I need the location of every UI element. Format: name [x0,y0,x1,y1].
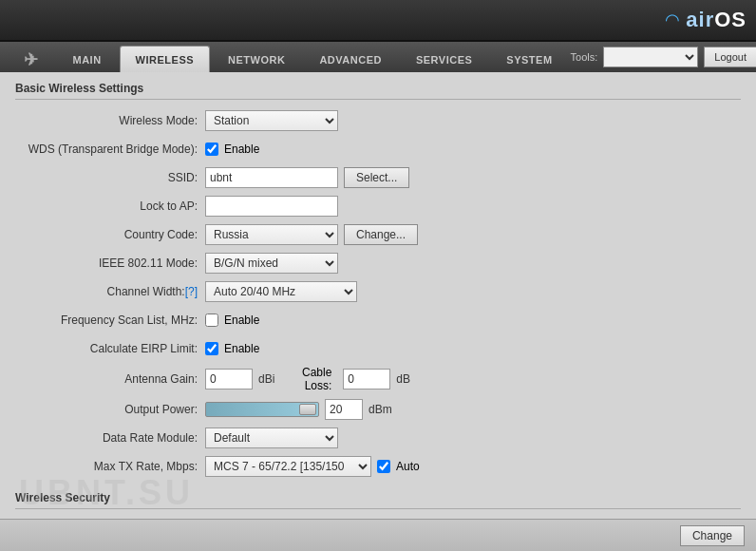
wds-row: WDS (Transparent Bridge Mode): Enable [15,138,741,161]
ssid-select-button[interactable]: Select... [344,167,409,188]
max-tx-auto-label: Auto [396,460,420,473]
output-power-input[interactable] [325,399,363,420]
content-area: Basic Wireless Settings Wireless Mode: S… [0,72,756,551]
logo: ◠ airOS [665,8,747,32]
output-power-label: Output Power: [15,403,205,416]
ssid-label: SSID: [15,171,205,184]
output-power-row: Output Power: dBm [15,398,741,421]
freq-scan-checkbox[interactable] [205,314,218,327]
country-change-button[interactable]: Change... [344,224,418,245]
wireless-mode-row: Wireless Mode: Station Access Point Stat… [15,109,741,132]
ssid-input[interactable] [205,167,338,188]
antenna-gain-input[interactable] [205,369,253,390]
max-tx-select[interactable]: MCS 7 - 65/72.2 [135/150 [205,456,371,477]
tab-system[interactable]: SYSTEM [490,46,568,72]
slider-thumb [299,404,316,415]
freq-scan-row: Frequency Scan List, MHz: Enable [15,309,741,332]
security-section-separator: Wireless Security [15,491,741,509]
ieee-mode-label: IEEE 802.11 Mode: [15,256,205,270]
data-rate-control: Default Custom [205,428,741,448]
tools-select[interactable] [603,47,698,67]
output-power-unit: dBm [369,403,392,416]
channel-width-select[interactable]: Auto 20/40 MHz 20 MHz 40 MHz [205,281,357,302]
lock-ap-row: Lock to AP: [15,195,741,218]
wds-enable-label: Enable [224,142,259,156]
wds-label: WDS (Transparent Bridge Mode): [15,142,205,156]
ssid-control: Select... [205,167,741,188]
max-tx-control: MCS 7 - 65/72.2 [135/150 Auto [205,456,741,477]
freq-scan-enable-label: Enable [224,314,259,327]
max-tx-label: Max TX Rate, Mbps: [15,460,205,473]
tab-wireless[interactable]: WIRELESS [120,46,210,72]
tab-services[interactable]: SERVICES [400,46,488,72]
calc-eirp-control: Enable [205,342,741,355]
lock-ap-label: Lock to AP: [15,200,205,213]
calc-eirp-row: Calculate EIRP Limit: Enable [15,337,741,360]
logout-button[interactable]: Logout [704,47,756,67]
tools-label: Tools: [571,51,598,63]
nav-bar: ✈ MAIN WIRELESS NETWORK ADVANCED SERVICE… [0,42,756,72]
lock-ap-control [205,196,741,217]
tab-advanced[interactable]: ADVANCED [303,46,398,72]
freq-scan-control: Enable [205,314,741,327]
max-tx-row: Max TX Rate, Mbps: MCS 7 - 65/72.2 [135/… [15,455,741,478]
data-rate-label: Data Rate Module: [15,431,205,445]
tab-network[interactable]: NETWORK [212,46,301,72]
ieee-mode-row: IEEE 802.11 Mode: B/G/N mixed A/N mixed … [15,252,741,275]
country-code-row: Country Code: Russia United States Germa… [15,223,741,246]
data-rate-row: Data Rate Module: Default Custom [15,427,741,449]
output-power-control: dBm [205,399,741,420]
data-rate-select[interactable]: Default Custom [205,428,338,448]
wifi-icon: ◠ [665,10,680,30]
wireless-security-section-title: Wireless Security [15,491,741,509]
logo-text: airOS [686,8,747,32]
max-tx-auto-checkbox[interactable] [377,460,390,473]
wds-checkbox[interactable] [205,142,218,156]
calc-eirp-enable-label: Enable [224,342,259,355]
wireless-mode-label: Wireless Mode: [15,114,205,127]
bottom-bar: Change [0,519,756,551]
ieee-mode-control: B/G/N mixed A/N mixed B only G only N on… [205,253,741,274]
tab-main[interactable]: MAIN [57,46,118,72]
country-code-control: Russia United States Germany France Chan… [205,224,741,245]
calc-eirp-checkbox[interactable] [205,342,218,355]
antenna-cable-control: dBi Cable Loss: dB [205,366,741,392]
ieee-mode-select[interactable]: B/G/N mixed A/N mixed B only G only N on… [205,253,338,274]
channel-width-control: Auto 20/40 MHz 20 MHz 40 MHz [205,281,741,302]
logo-air: air [686,8,714,31]
logo-os: OS [714,8,747,31]
country-code-select[interactable]: Russia United States Germany France [205,224,338,245]
cable-loss-label: Cable Loss: [280,366,337,392]
calc-eirp-label: Calculate EIRP Limit: [15,342,205,355]
output-power-slider[interactable] [205,402,319,417]
channel-width-row: Channel Width:[?] Auto 20/40 MHz 20 MHz … [15,280,741,303]
wds-control: Enable [205,142,741,156]
freq-scan-label: Frequency Scan List, MHz: [15,314,205,327]
cable-loss-unit: dB [396,372,410,386]
wireless-mode-select[interactable]: Station Access Point Station WDS Access … [205,110,338,131]
change-button[interactable]: Change [680,525,745,546]
lock-ap-input[interactable] [205,196,338,217]
antenna-gain-unit: dBi [258,372,274,386]
channel-width-help[interactable]: [?] [185,285,198,298]
wireless-mode-control: Station Access Point Station WDS Access … [205,110,741,131]
basic-wireless-section-title: Basic Wireless Settings [15,82,741,100]
tab-icon[interactable]: ✈ [8,46,55,72]
channel-width-label: Channel Width:[?] [15,285,205,298]
tools-area: Tools: Logout [571,42,756,72]
antenna-cable-row: Antenna Gain: dBi Cable Loss: dB [15,366,741,392]
antenna-gain-label: Antenna Gain: [15,372,205,386]
country-code-label: Country Code: [15,228,205,241]
header: ◠ airOS [0,0,756,42]
cable-loss-input[interactable] [343,369,390,390]
ssid-row: SSID: Select... [15,166,741,189]
